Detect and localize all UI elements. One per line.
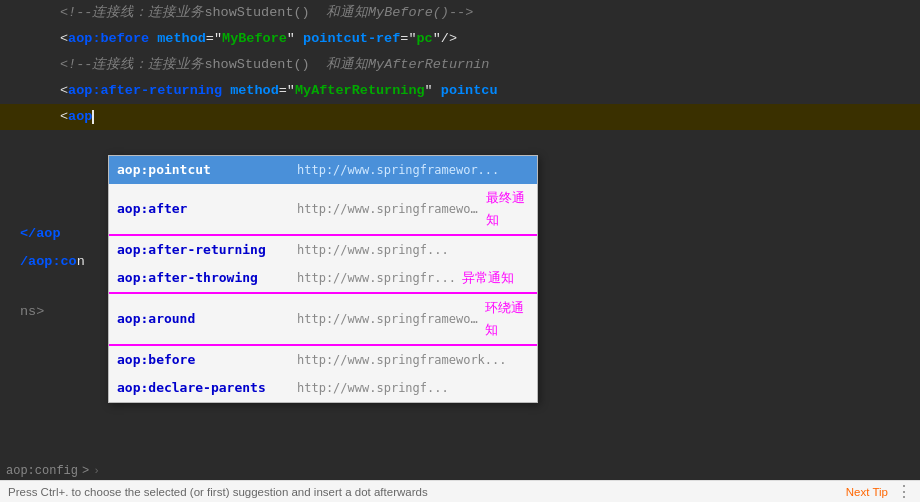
autocomplete-item-declare-parents[interactable]: aop:declare-parents http://www.springf..… — [109, 374, 537, 402]
ac-tag-after-throwing: aop:after-throwing — [117, 267, 297, 289]
ac-tag-declare-parents: aop:declare-parents — [117, 377, 297, 399]
ac-url-after-returning: http://www.springf... — [297, 239, 449, 261]
annotation-after-throwing: 异常通知 — [462, 267, 514, 289]
ac-tag-pointcut: aop:pointcut — [117, 159, 297, 181]
ac-url-after: http://www.springframework.o... — [297, 198, 480, 220]
ac-url-declare-parents: http://www.springf... — [297, 377, 449, 399]
autocomplete-item-after-throwing[interactable]: aop:after-throwing http://www.springfr..… — [109, 264, 537, 294]
comment-1: <!--连接线：连接业务showStudent() 和通知MyBefore()-… — [60, 2, 473, 24]
annotation-around: 环绕通知 — [485, 297, 529, 341]
autocomplete-item-pointcut[interactable]: aop:pointcut http://www.springframewor..… — [109, 156, 537, 184]
status-hint: Press Ctrl+. to choose the selected (or … — [8, 486, 428, 498]
comment-3: <!--连接线：连接业务showStudent() 和通知MyAfterRetu… — [60, 54, 489, 76]
ac-url-after-throwing: http://www.springfr... — [297, 267, 456, 289]
code-line-1: <!--连接线：连接业务showStudent() 和通知MyBefore()-… — [0, 0, 920, 26]
ac-tag-before: aop:before — [117, 349, 297, 371]
code-line-4: <aop:after-returning method="MyAfterRetu… — [0, 78, 920, 104]
code-line-5: <aop — [0, 104, 920, 130]
ac-tag-after-returning: aop:after-returning — [117, 239, 297, 261]
ac-url-pointcut: http://www.springframewor... — [297, 159, 499, 181]
autocomplete-item-before[interactable]: aop:before http://www.springframework... — [109, 346, 537, 374]
text-cursor — [92, 110, 94, 124]
autocomplete-dropdown[interactable]: aop:pointcut http://www.springframewor..… — [108, 155, 538, 403]
next-tip-button[interactable]: Next Tip — [846, 486, 888, 498]
code-line-2: <aop:before method="MyBefore" pointcut-r… — [0, 26, 920, 52]
ac-url-before: http://www.springframework... — [297, 349, 507, 371]
editor-area: <!--连接线：连接业务showStudent() 和通知MyBefore()-… — [0, 0, 920, 502]
ac-tag-after: aop:after — [117, 198, 297, 220]
left-partial-tags: </aop /aop:con ns> — [20, 220, 85, 326]
autocomplete-item-around[interactable]: aop:around http://www.springframework...… — [109, 294, 537, 346]
more-options-icon[interactable]: ⋮ — [896, 482, 912, 501]
code-line-3: <!--连接线：连接业务showStudent() 和通知MyAfterRetu… — [0, 52, 920, 78]
ac-tag-around: aop:around — [117, 308, 297, 330]
autocomplete-item-after-returning[interactable]: aop:after-returning http://www.springf..… — [109, 236, 537, 264]
autocomplete-item-after[interactable]: aop:after http://www.springframework.o..… — [109, 184, 537, 236]
status-bar: Press Ctrl+. to choose the selected (or … — [0, 480, 920, 502]
breadcrumb-bar: aop:config > › — [0, 462, 106, 480]
ac-url-around: http://www.springframework.... — [297, 308, 479, 330]
annotation-after: 最终通知 — [486, 187, 529, 231]
